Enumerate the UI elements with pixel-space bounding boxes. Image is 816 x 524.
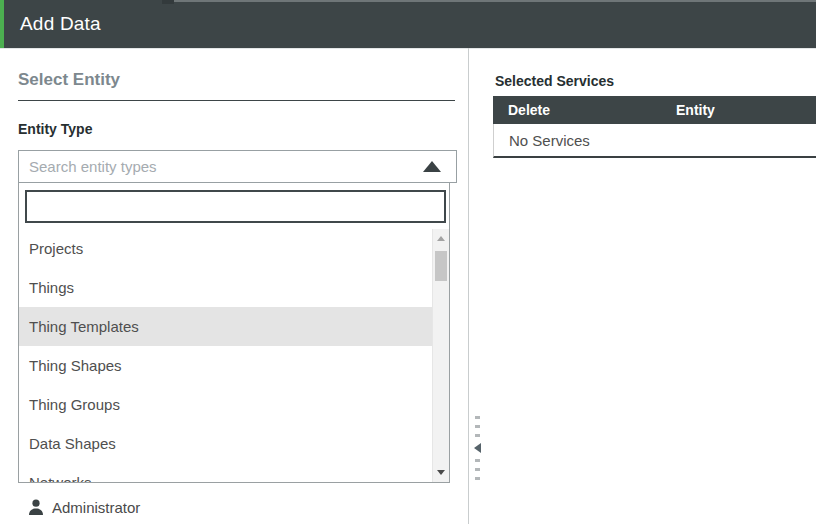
dropdown-scrollbar[interactable] [432,229,449,482]
section-divider-line [18,100,455,101]
select-entity-title: Select Entity [18,70,120,90]
scroll-up-icon[interactable] [437,236,445,241]
splitter-dot [475,434,480,437]
list-item-thing-templates[interactable]: Thing Templates [19,307,432,346]
column-header-entity: Entity [676,102,816,118]
administrator-row[interactable]: Administrator [28,494,140,520]
green-accent-strip [0,0,4,48]
chevron-up-icon[interactable] [423,161,441,172]
list-item-thing-shapes[interactable]: Thing Shapes [19,346,432,385]
selected-services-title: Selected Services [495,73,614,89]
scrollbar-thumb[interactable] [435,251,447,281]
splitter-handle[interactable] [471,413,483,483]
table-header-row: Delete Entity [493,96,816,124]
list-item-things[interactable]: Things [19,268,432,307]
splitter-dot [475,425,480,428]
entity-type-label: Entity Type [18,121,92,137]
entity-type-dropdown: Projects Things Thing Templates Thing Sh… [18,183,450,483]
person-icon [28,499,44,516]
administrator-label: Administrator [52,499,140,516]
no-services-message: No Services [494,132,590,149]
scroll-down-icon[interactable] [437,470,445,475]
splitter-dot [475,416,480,419]
top-edge-line [168,0,816,2]
combobox-placeholder: Search entity types [29,158,423,175]
entity-type-filter-input[interactable] [25,190,446,223]
selected-services-table: Delete Entity No Services [493,96,816,158]
panel-divider [468,48,469,524]
list-item-projects[interactable]: Projects [19,229,432,268]
splitter-dot [475,468,480,471]
splitter-dot [475,477,480,480]
collapse-left-icon[interactable] [474,443,481,453]
entity-type-list: Projects Things Thing Templates Thing Sh… [19,229,432,482]
top-edge-notch [162,0,174,4]
splitter-dot [475,459,480,462]
list-item-thing-groups[interactable]: Thing Groups [19,385,432,424]
table-empty-row: No Services [493,124,816,158]
column-header-delete: Delete [493,102,676,118]
list-item-data-shapes[interactable]: Data Shapes [19,424,432,463]
dialog-header: Add Data [0,0,816,49]
dialog-title: Add Data [20,0,101,48]
list-item-networks[interactable]: Networks [19,463,432,482]
entity-type-combobox[interactable]: Search entity types [18,150,457,183]
